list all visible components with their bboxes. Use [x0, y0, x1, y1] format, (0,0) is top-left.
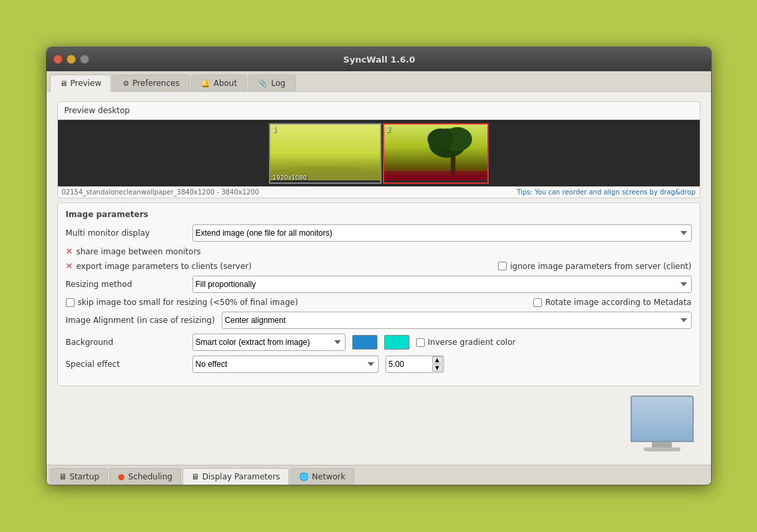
screen1-svg	[270, 125, 380, 180]
monitor-1-number: 1	[273, 126, 277, 133]
spinbox-up-button[interactable]: ▲	[432, 356, 443, 364]
resizing-row: Resizing method Fill proportionallyStret…	[66, 276, 692, 293]
svg-rect-0	[270, 125, 380, 180]
monitor-icon	[631, 396, 694, 451]
preview-tips: Tips: You can reorder and align screens …	[517, 188, 695, 196]
alignment-row: Image Alignment (in case of resizing) Ce…	[66, 312, 692, 329]
tab-log-label: Log	[271, 79, 285, 88]
minimize-button[interactable]	[67, 55, 76, 64]
background-row: Background Smart color (extract from ima…	[66, 334, 692, 351]
special-effect-label: Special effect	[66, 360, 186, 369]
monitor-body	[631, 396, 694, 442]
special-effect-row: Special effect No effectBlurGrayscaleSep…	[66, 356, 692, 373]
share-image-check-icon[interactable]: ✕	[66, 246, 73, 256]
tab-preferences-label: Preferences	[132, 79, 180, 88]
preview-filename: 02154_standalonecleanwallpaper_3840x1200…	[62, 188, 260, 196]
monitor-icon-area	[57, 389, 700, 458]
tab-preview[interactable]: 🖥 Preview	[50, 75, 112, 92]
inverse-gradient-label: Inverse gradient color	[428, 338, 516, 347]
maximize-button[interactable]	[80, 55, 89, 64]
export-image-check-icon[interactable]: ✕	[66, 261, 73, 271]
rotate-label: Rotate image according to Metadata	[545, 298, 692, 307]
monitor-1-res: 1920x1080	[273, 174, 307, 181]
multi-monitor-select[interactable]: Extend image (one file for all monitors)…	[192, 224, 692, 242]
preview-info-row: 02154_standalonecleanwallpaper_3840x1200…	[58, 186, 700, 198]
screen2-svg	[384, 125, 487, 180]
skip-rotate-row: skip image too small for resizing (<50% …	[66, 298, 692, 307]
about-tab-icon: 🔔	[201, 79, 210, 88]
resizing-label: Resizing method	[66, 280, 186, 289]
export-image-label: export image parameters to clients (serv…	[76, 262, 252, 271]
scheduling-tab-label: Scheduling	[128, 472, 172, 481]
tab-preferences[interactable]: ⚙ Preferences	[113, 75, 189, 91]
spinbox-arrows: ▲ ▼	[432, 356, 443, 372]
main-window: SyncWall 1.6.0 🖥 Preview ⚙ Preferences 🔔…	[46, 47, 712, 485]
tab-preview-label: Preview	[71, 79, 102, 88]
screen1-image	[270, 125, 380, 180]
window-controls	[53, 55, 89, 64]
svg-point-6	[427, 129, 454, 150]
bottom-tab-network[interactable]: 🌐 Network	[290, 468, 354, 485]
resizing-select[interactable]: Fill proportionallyStretchFitTileCenter	[192, 276, 692, 293]
ignore-image-check-icon[interactable]	[498, 262, 507, 270]
titlebar: SyncWall 1.6.0	[47, 47, 711, 71]
tab-log[interactable]: 📎 Log	[248, 75, 295, 91]
preview-desktop-box: Preview desktop 1	[57, 101, 700, 198]
network-tab-icon: 🌐	[299, 472, 309, 481]
spinbox-down-button[interactable]: ▼	[432, 364, 443, 372]
close-button[interactable]	[53, 55, 63, 64]
monitor-base	[644, 447, 680, 451]
display-parameters-tab-label: Display Parameters	[202, 472, 280, 481]
skip-small-checkbox-row: skip image too small for resizing (<50% …	[66, 298, 298, 307]
tab-about[interactable]: 🔔 About	[191, 75, 247, 91]
skip-small-label: skip image too small for resizing (<50% …	[78, 298, 298, 307]
monitor-screen-1[interactable]: 1	[269, 123, 381, 184]
share-export-row: ✕ share image between monitors	[66, 246, 692, 256]
scheduling-tab-icon: ●	[118, 472, 125, 481]
preview-tab-icon: 🖥	[60, 79, 67, 88]
alignment-label: Image Alignment (in case of resizing)	[66, 316, 215, 325]
preferences-tab-icon: ⚙	[123, 79, 129, 88]
rotate-checkbox-row: Rotate image according to Metadata	[533, 298, 692, 307]
background-label: Background	[66, 338, 186, 347]
image-parameters-section: Image parameters Multi monitor display E…	[57, 202, 700, 386]
preview-desktop-label: Preview desktop	[58, 102, 700, 120]
color-swatch-1[interactable]	[352, 335, 378, 350]
monitor-2-number: 2	[387, 126, 391, 133]
ignore-image-checkbox-row: ignore image parameters from server (cli…	[498, 262, 691, 271]
skip-small-check-icon[interactable]	[66, 298, 75, 307]
multi-monitor-label: Multi monitor display	[66, 228, 186, 238]
bottom-tab-scheduling[interactable]: ● Scheduling	[109, 468, 181, 485]
alignment-select[interactable]: Center alignmentTop leftTop rightBottom …	[222, 312, 692, 329]
display-parameters-tab-icon: 🖥	[191, 472, 199, 481]
monitor-screen-2[interactable]: 2	[383, 123, 489, 184]
bottom-tab-display-parameters[interactable]: 🖥 Display Parameters	[182, 468, 289, 485]
effect-value-spinbox: ▲ ▼	[385, 356, 444, 373]
color-swatch-2[interactable]	[384, 335, 409, 350]
background-select[interactable]: Smart color (extract from image)	[192, 334, 346, 351]
log-tab-icon: 📎	[258, 79, 268, 88]
bottom-tabs-bar: 🖥 Startup ● Scheduling 🖥 Display Paramet…	[47, 465, 711, 485]
rotate-check-icon[interactable]	[533, 298, 542, 307]
inverse-gradient-row: Inverse gradient color	[416, 338, 516, 347]
network-tab-label: Network	[312, 472, 346, 481]
image-parameters-label: Image parameters	[66, 210, 692, 219]
tab-about-label: About	[214, 79, 237, 88]
monitor-stand	[652, 442, 672, 447]
share-image-checkbox-row: ✕ share image between monitors	[66, 246, 201, 256]
ignore-image-label: ignore image parameters from server (cli…	[510, 262, 691, 271]
inverse-gradient-check-icon[interactable]	[416, 338, 425, 347]
svg-rect-7	[384, 171, 487, 180]
startup-tab-icon: 🖥	[59, 472, 67, 481]
share-image-label: share image between monitors	[76, 247, 200, 256]
special-effect-select[interactable]: No effectBlurGrayscaleSepia	[192, 356, 379, 373]
export-image-checkbox-row: ✕ export image parameters to clients (se…	[66, 261, 252, 271]
main-content: Preview desktop 1	[47, 92, 711, 458]
screen2-image	[384, 125, 487, 182]
top-tabs-bar: 🖥 Preview ⚙ Preferences 🔔 About 📎 Log	[47, 71, 711, 92]
preview-canvas: 1	[58, 120, 700, 186]
monitor-preview: 1	[269, 123, 489, 184]
bottom-tab-startup[interactable]: 🖥 Startup	[50, 468, 109, 485]
startup-tab-label: Startup	[70, 472, 100, 481]
multi-monitor-row: Multi monitor display Extend image (one …	[66, 224, 692, 242]
